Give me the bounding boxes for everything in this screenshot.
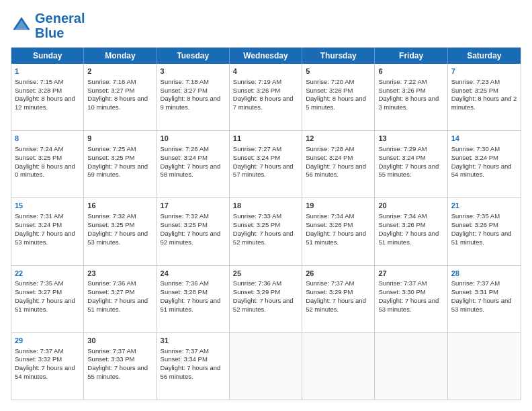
logo: General Blue — [11, 11, 85, 40]
sunrise: Sunrise: 7:18 AM — [161, 78, 226, 87]
sunset: Sunset: 3:24 PM — [15, 221, 80, 230]
sunrise: Sunrise: 7:26 AM — [161, 145, 226, 154]
sunrise: Sunrise: 7:35 AM — [451, 212, 517, 221]
day-cell-2: 2Sunrise: 7:16 AMSunset: 3:27 PMDaylight… — [84, 64, 157, 130]
sunset: Sunset: 3:34 PM — [161, 355, 226, 364]
day-number: 25 — [233, 269, 298, 279]
calendar: SundayMondayTuesdayWednesdayThursdayFrid… — [11, 47, 521, 400]
day-cell-26: 26Sunrise: 7:37 AMSunset: 3:29 PMDayligh… — [302, 266, 375, 332]
sunrise: Sunrise: 7:20 AM — [306, 78, 371, 87]
day-cell-15: 15Sunrise: 7:31 AMSunset: 3:24 PMDayligh… — [11, 198, 84, 265]
day-number: 1 — [15, 66, 80, 77]
header: General Blue — [11, 11, 521, 40]
daylight: Daylight: 7 hours and 53 minutes. — [87, 230, 152, 247]
daylight: Daylight: 8 hours and 12 minutes. — [15, 95, 80, 112]
sunrise: Sunrise: 7:33 AM — [233, 212, 298, 221]
daylight: Daylight: 8 hours and 10 minutes. — [87, 95, 152, 112]
header-day-tuesday: Tuesday — [157, 48, 230, 64]
sunset: Sunset: 3:27 PM — [161, 87, 226, 95]
day-number: 2 — [87, 66, 152, 77]
daylight: Daylight: 7 hours and 51 minutes. — [451, 230, 517, 247]
daylight: Daylight: 8 hours and 9 minutes. — [161, 95, 226, 112]
day-number: 18 — [233, 201, 298, 211]
sunrise: Sunrise: 7:16 AM — [87, 78, 152, 87]
sunset: Sunset: 3:27 PM — [87, 87, 152, 95]
day-number: 26 — [306, 269, 371, 279]
sunset: Sunset: 3:24 PM — [161, 154, 226, 163]
sunrise: Sunrise: 7:22 AM — [378, 78, 443, 87]
sunrise: Sunrise: 7:32 AM — [87, 212, 152, 221]
sunset: Sunset: 3:24 PM — [378, 154, 443, 163]
sunset: Sunset: 3:26 PM — [378, 87, 443, 95]
sunset: Sunset: 3:33 PM — [87, 355, 152, 364]
sunrise: Sunrise: 7:37 AM — [306, 279, 371, 288]
day-number: 13 — [378, 134, 443, 144]
daylight: Daylight: 7 hours and 54 minutes. — [451, 163, 517, 180]
sunset: Sunset: 3:26 PM — [306, 221, 371, 230]
empty-cell — [302, 333, 375, 400]
daylight: Daylight: 7 hours and 54 minutes. — [15, 364, 80, 381]
day-number: 16 — [87, 201, 152, 211]
day-number: 11 — [233, 134, 298, 144]
sunset: Sunset: 3:25 PM — [87, 154, 152, 163]
day-number: 21 — [451, 201, 517, 211]
day-cell-31: 31Sunrise: 7:37 AMSunset: 3:34 PMDayligh… — [157, 333, 230, 400]
sunrise: Sunrise: 7:36 AM — [233, 279, 298, 288]
day-number: 27 — [378, 269, 443, 279]
day-number: 6 — [378, 66, 443, 77]
empty-cell — [230, 333, 302, 400]
sunset: Sunset: 3:24 PM — [306, 154, 371, 163]
daylight: Daylight: 8 hours and 3 minutes. — [378, 95, 443, 112]
day-cell-12: 12Sunrise: 7:28 AMSunset: 3:24 PMDayligh… — [302, 131, 375, 197]
daylight: Daylight: 7 hours and 51 minutes. — [161, 297, 226, 314]
daylight: Daylight: 7 hours and 59 minutes. — [87, 163, 152, 180]
daylight: Daylight: 7 hours and 51 minutes. — [306, 230, 371, 247]
header-day-thursday: Thursday — [302, 48, 375, 64]
day-cell-19: 19Sunrise: 7:34 AMSunset: 3:26 PMDayligh… — [302, 198, 375, 265]
sunrise: Sunrise: 7:36 AM — [87, 279, 152, 288]
sunrise: Sunrise: 7:28 AM — [306, 145, 371, 154]
empty-cell — [375, 333, 447, 400]
daylight: Daylight: 7 hours and 52 minutes. — [233, 230, 298, 247]
sunset: Sunset: 3:25 PM — [87, 221, 152, 230]
day-number: 28 — [451, 269, 517, 279]
day-number: 3 — [161, 66, 226, 77]
day-cell-24: 24Sunrise: 7:36 AMSunset: 3:28 PMDayligh… — [157, 266, 230, 332]
daylight: Daylight: 7 hours and 53 minutes. — [451, 297, 517, 314]
calendar-week-3: 15Sunrise: 7:31 AMSunset: 3:24 PMDayligh… — [11, 198, 521, 265]
sunrise: Sunrise: 7:37 AM — [451, 279, 517, 288]
sunset: Sunset: 3:25 PM — [233, 221, 298, 230]
logo-blue: Blue — [35, 26, 64, 40]
day-number: 7 — [451, 66, 517, 77]
sunset: Sunset: 3:28 PM — [15, 87, 80, 95]
daylight: Daylight: 7 hours and 52 minutes. — [233, 297, 298, 314]
day-cell-6: 6Sunrise: 7:22 AMSunset: 3:26 PMDaylight… — [375, 64, 447, 130]
sunrise: Sunrise: 7:15 AM — [15, 78, 80, 87]
calendar-week-5: 29Sunrise: 7:37 AMSunset: 3:32 PMDayligh… — [11, 333, 521, 400]
day-cell-25: 25Sunrise: 7:36 AMSunset: 3:29 PMDayligh… — [230, 266, 302, 332]
day-number: 30 — [87, 336, 152, 346]
daylight: Daylight: 7 hours and 52 minutes. — [161, 230, 226, 247]
sunrise: Sunrise: 7:29 AM — [378, 145, 443, 154]
calendar-body: 1Sunrise: 7:15 AMSunset: 3:28 PMDaylight… — [11, 64, 521, 400]
sunset: Sunset: 3:27 PM — [87, 288, 152, 297]
daylight: Daylight: 8 hours and 2 minutes. — [451, 95, 517, 112]
day-number: 10 — [161, 134, 226, 144]
sunrise: Sunrise: 7:37 AM — [378, 279, 443, 288]
sunset: Sunset: 3:31 PM — [451, 288, 517, 297]
sunrise: Sunrise: 7:30 AM — [451, 145, 517, 154]
logo-icon — [11, 15, 32, 36]
calendar-week-4: 22Sunrise: 7:35 AMSunset: 3:27 PMDayligh… — [11, 266, 521, 333]
daylight: Daylight: 7 hours and 56 minutes. — [161, 364, 226, 381]
daylight: Daylight: 8 hours and 5 minutes. — [306, 95, 371, 112]
day-number: 23 — [87, 269, 152, 279]
day-cell-30: 30Sunrise: 7:37 AMSunset: 3:33 PMDayligh… — [84, 333, 157, 400]
calendar-header: SundayMondayTuesdayWednesdayThursdayFrid… — [11, 48, 521, 64]
sunrise: Sunrise: 7:23 AM — [451, 78, 517, 87]
day-number: 9 — [87, 134, 152, 144]
day-cell-27: 27Sunrise: 7:37 AMSunset: 3:30 PMDayligh… — [375, 266, 447, 332]
logo-text: General Blue — [35, 11, 85, 40]
empty-cell — [448, 333, 521, 400]
day-cell-28: 28Sunrise: 7:37 AMSunset: 3:31 PMDayligh… — [448, 266, 521, 332]
day-cell-21: 21Sunrise: 7:35 AMSunset: 3:26 PMDayligh… — [448, 198, 521, 265]
